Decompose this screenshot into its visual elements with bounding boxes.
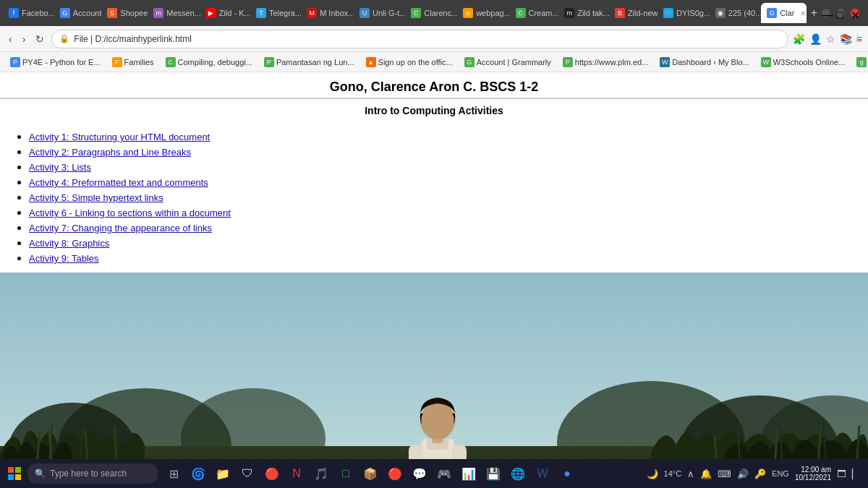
star-icon[interactable]: ☆ [826, 33, 835, 45]
activity-2-link[interactable]: Activity 2: Paragraphs and Line Breaks [29, 147, 191, 158]
activity-1-link[interactable]: Activity 1: Structuring your HTML docume… [29, 132, 210, 142]
app8[interactable]: 🔴 [383, 462, 407, 485]
tab-messenger[interactable]: m Messen... [148, 3, 200, 23]
netflix-app[interactable]: N [285, 462, 308, 485]
activities-section: Activity 1: Structuring your HTML docume… [0, 122, 868, 273]
spotify-app[interactable]: 🎵 [310, 462, 333, 485]
tab-bar: f Facebo... G Account S Shopee m Messen.… [0, 0, 868, 26]
tab-favicon-account: G [60, 8, 70, 18]
tab-clarence[interactable]: C Clarenc... [405, 3, 457, 23]
list-item: Activity 5: Simple hypertext links [29, 191, 854, 204]
bookmark-label-signup: Sign up on the offic... [378, 58, 453, 67]
tab-unli[interactable]: U Unli G-t... [354, 3, 405, 23]
activity-4-link[interactable]: Activity 4: Preformatted text and commen… [29, 177, 208, 188]
tab-favicon-225: ◉ [715, 8, 726, 18]
bookmark-signup[interactable]: ▲ Sign up on the offic... [362, 56, 457, 69]
keyboard-icon[interactable]: ⌨ [718, 468, 731, 479]
list-item: Activity 2: Paragraphs and Line Breaks [29, 145, 854, 158]
tab-dyis[interactable]: 🐦 DYIS0g... [658, 3, 710, 23]
bookmark-icon-gaga: g [856, 57, 867, 67]
menu-icon[interactable]: ≡ [856, 33, 862, 45]
show-desktop-icon[interactable]: ▏ [852, 468, 859, 479]
collection-icon[interactable]: 📚 [840, 33, 852, 45]
bookmark-label-compiling: Compiling, debuggi... [178, 58, 252, 67]
tab-225[interactable]: ◉ 225 (40... [710, 3, 761, 23]
maximize-button[interactable]: □ [836, 9, 845, 17]
activity-8-link[interactable]: Activity 8: Graphics [29, 238, 109, 249]
bookmark-plm[interactable]: P https://www.plm.ed... [558, 56, 652, 69]
tab-label-dyis: DYIS0g... [676, 9, 710, 17]
svg-point-28 [420, 402, 455, 440]
app9[interactable]: 🎮 [433, 462, 456, 485]
tab-add-button[interactable]: + [807, 7, 822, 20]
tab-cream[interactable]: C Cream... [510, 3, 559, 23]
word-app[interactable]: W [531, 462, 554, 485]
edge-app[interactable]: 🌀 [187, 462, 210, 485]
tab-close-icon[interactable]: ✕ [800, 9, 806, 17]
notifications-panel-icon[interactable]: 🗖 [837, 468, 846, 479]
discord-app[interactable]: 💬 [408, 462, 431, 485]
bookmark-compiling[interactable]: C Compiling, debuggi... [161, 56, 257, 69]
chevron-up-icon[interactable]: ∧ [687, 468, 694, 479]
profile-icon[interactable]: 👤 [809, 33, 822, 45]
app3[interactable]: 🛡 [236, 462, 259, 485]
tab-inbox[interactable]: M M Inbox... [301, 3, 354, 23]
bookmark-grammarly[interactable]: G Account | Grammarly [460, 56, 556, 69]
vpn-app[interactable]: 🌐 [506, 462, 529, 485]
bookmark-icon-plm: P [563, 57, 573, 67]
tab-facebook[interactable]: f Facebo... [3, 3, 54, 23]
bookmark-dashboard[interactable]: W Dashboard ‹ My Blo... [655, 56, 753, 69]
close-button[interactable]: ✕ [851, 9, 859, 17]
tab-zild-new[interactable]: B Zild-new [609, 3, 658, 23]
network-icon[interactable]: 🔑 [754, 468, 766, 479]
start-button[interactable] [3, 462, 26, 485]
minimize-button[interactable]: — [822, 9, 830, 17]
taskbar-search-bar[interactable]: 🔍 Type here to search [27, 463, 158, 484]
extensions-icon[interactable]: 🧩 [793, 33, 805, 45]
page-subtitle: Intro to Computing Activities [0, 99, 868, 122]
activity-3-link[interactable]: Activity 3: Lists [29, 162, 91, 173]
nav-bar: ‹ › ↻ 🔒 File | D:/icc/mainhyperlink.html… [0, 26, 868, 52]
tab-label-unli: Unli G-t... [373, 9, 405, 17]
tab-telegram[interactable]: T Telegra... [250, 3, 301, 23]
tab-favicon-clarence: C [411, 8, 421, 18]
bookmark-py4e[interactable]: P PY4E - Python for E... [6, 56, 105, 69]
tab-clar-active[interactable]: G Clar ✕ [761, 3, 806, 23]
app6[interactable]: □ [334, 462, 357, 485]
address-bar[interactable]: 🔒 File | D:/icc/mainhyperlink.html [51, 30, 788, 48]
activity-5-link[interactable]: Activity 5: Simple hypertext links [29, 192, 163, 203]
taskview-button[interactable]: ⊞ [162, 462, 185, 485]
tab-shopee[interactable]: S Shopee [101, 3, 148, 23]
bookmark-label-plm: https://www.plm.ed... [575, 58, 648, 67]
tab-webpage[interactable]: w webpag... [457, 3, 509, 23]
app11[interactable]: 💾 [482, 462, 505, 485]
activity-6-link[interactable]: Activity 6 - Linking to sections within … [29, 207, 231, 218]
tab-zild-tak[interactable]: m Zild tak... [558, 3, 609, 23]
forward-button[interactable]: › [20, 32, 29, 46]
back-button[interactable]: ‹ [6, 32, 15, 46]
bookmark-w3schools[interactable]: W W3Schools Online... [757, 56, 850, 69]
app10[interactable]: 📊 [457, 462, 480, 485]
taskbar-clock[interactable]: 12:00 am 10/12/2021 [795, 466, 831, 481]
tab-label-zild-tak: Zild tak... [577, 9, 609, 17]
refresh-button[interactable]: ↻ [33, 32, 47, 46]
page-title: Gono, Clarence Aron C. BSCS 1-2 [0, 72, 868, 98]
app4[interactable]: 🔴 [260, 462, 284, 485]
tab-zild-k[interactable]: ▶ Zild - K... [200, 3, 250, 23]
svg-rect-33 [15, 474, 21, 480]
volume-icon[interactable]: 🔊 [737, 468, 749, 479]
bookmark-icon-families: F [112, 57, 122, 67]
bookmark-gaga[interactable]: g gaga.html [852, 56, 868, 69]
bookmark-icon-pamantasan: P [264, 57, 274, 67]
explorer-app[interactable]: 📁 [211, 462, 234, 485]
notification-icon[interactable]: 🔔 [700, 468, 712, 479]
activity-7-link[interactable]: Activity 7: Changing the appearance of l… [29, 223, 212, 234]
bookmark-label-pamantasan: Pamantasan ng Lun... [276, 58, 354, 67]
bookmark-icon-py4e: P [10, 57, 20, 67]
activity-9-link[interactable]: Activity 9: Tables [29, 253, 99, 264]
app7[interactable]: 📦 [359, 462, 382, 485]
tab-account[interactable]: G Account [54, 3, 102, 23]
chrome-app[interactable]: ● [556, 462, 579, 485]
bookmark-pamantasan[interactable]: P Pamantasan ng Lun... [260, 56, 359, 69]
bookmark-families[interactable]: F Families [108, 56, 158, 69]
